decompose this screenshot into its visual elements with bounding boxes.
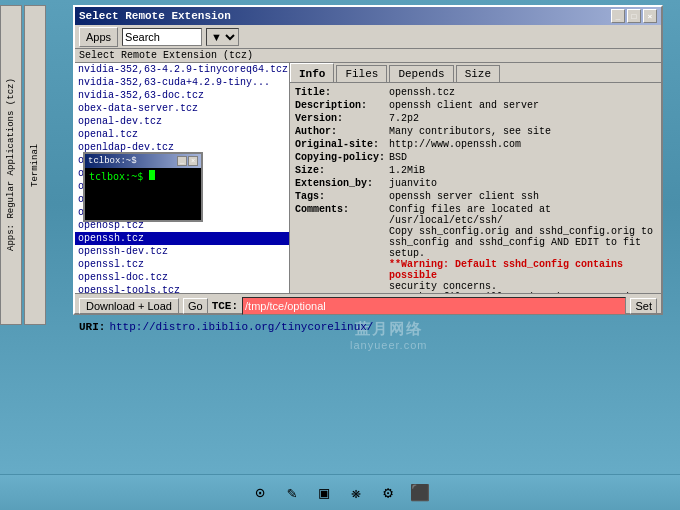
comments-line2: Copy ssh_config.orig and sshd_config.ori… [389, 226, 653, 237]
taskbar-icon-5[interactable]: ⚙ [376, 481, 400, 505]
taskbar-icon-2[interactable]: ✎ [280, 481, 304, 505]
list-item[interactable]: openssh-dev.tcz [75, 245, 289, 258]
watermark-line2: lanyueer.com [350, 339, 427, 351]
comments-value: Config files are located at /usr/local/e… [387, 203, 658, 293]
side-labels: Apps: Regular Applications (tcz) Termina… [0, 5, 73, 325]
description-value: openssh client and server [387, 99, 658, 112]
search-dropdown[interactable]: ▼ [206, 28, 239, 46]
info-table: Title: openssh.tcz Description: openssh … [293, 86, 658, 293]
copying-value: BSD [387, 151, 658, 164]
list-item-selected[interactable]: openssh.tcz [75, 232, 289, 245]
author-label: Author: [293, 125, 387, 138]
window-title: Select Remote Extension [79, 10, 231, 22]
original-site-label: Original-site: [293, 138, 387, 151]
comments-line4: **Warning: Default sshd_config contains … [389, 259, 623, 281]
comments-line6: Host key files will need to be generated… [389, 292, 629, 293]
uri-value: http://distro.ibiblio.org/tinycorelinux/ [109, 321, 373, 333]
list-item[interactable]: openssl-tools.tcz [75, 284, 289, 293]
go-button[interactable]: Go [183, 298, 208, 314]
list-item[interactable]: openssl-doc.tcz [75, 271, 289, 284]
download-load-button[interactable]: Download + Load [79, 298, 179, 314]
size-value: 1.2MiB [387, 164, 658, 177]
apps-side-label: Apps: Regular Applications (tcz) [0, 5, 22, 325]
original-site-value: http://www.openssh.com [387, 138, 658, 151]
taskbar-icon-3[interactable]: ▣ [312, 481, 336, 505]
uri-label: URI: [79, 321, 105, 333]
download-bar: Download + Load Go TCE: Set [75, 294, 661, 318]
terminal-minimize[interactable]: _ [177, 156, 187, 166]
description-label: Description: [293, 99, 387, 112]
apps-button[interactable]: Apps [79, 27, 118, 47]
taskbar-icon-6[interactable]: ⬛ [408, 481, 432, 505]
bottom-area: Download + Load Go TCE: Set URI: http://… [75, 293, 661, 336]
taskbar-icon-1[interactable]: ⊙ [248, 481, 272, 505]
title-label: Title: [293, 86, 387, 99]
list-item[interactable]: nvidia-352,63-doc.tcz [75, 89, 289, 102]
tags-value: openssh server client ssh [387, 190, 658, 203]
list-item[interactable]: nvidia-352,63-4.2.9-tinycoreq64.tcz [75, 63, 289, 76]
window-titlebar: Select Remote Extension _ □ × [75, 7, 661, 25]
terminal-close[interactable]: × [188, 156, 198, 166]
comments-line5: security concerns. [389, 281, 497, 292]
comments-line1: Config files are located at /usr/local/e… [389, 204, 551, 226]
terminal-cursor [149, 170, 155, 180]
search-input[interactable] [122, 28, 202, 46]
toolbar: Apps ▼ [75, 25, 661, 49]
window-controls: _ □ × [611, 9, 657, 23]
comments-line3: ssh_config and sshd_config AND EDIT to f… [389, 237, 641, 259]
uri-bar: URI: http://distro.ibiblio.org/tinycorel… [75, 318, 661, 336]
taskbar-icon-4[interactable]: ❋ [344, 481, 368, 505]
set-button[interactable]: Set [630, 298, 657, 314]
list-item[interactable]: obex-data-server.tcz [75, 102, 289, 115]
tce-input[interactable] [242, 297, 626, 315]
author-value: Many contributors, see site [387, 125, 658, 138]
terminal-window: tclbox:~$ _ × tclbox:~$ [83, 152, 203, 222]
list-item[interactable]: openal-dev.tcz [75, 115, 289, 128]
size-label: Size: [293, 164, 387, 177]
version-label: Version: [293, 112, 387, 125]
list-item[interactable]: nvidia-352,63-cuda+4.2.9-tiny... [75, 76, 289, 89]
extension-value: juanvito [387, 177, 658, 190]
right-panel: Info Files Depends Size Title: openssh.t… [290, 63, 661, 293]
tags-label: Tags: [293, 190, 387, 203]
extension-label: Extension_by: [293, 177, 387, 190]
terminal-titlebar: tclbox:~$ _ × [85, 154, 201, 168]
comments-label: Comments: [293, 203, 387, 293]
taskbar: ⊙ ✎ ▣ ❋ ⚙ ⬛ [0, 474, 680, 510]
minimize-button[interactable]: _ [611, 9, 625, 23]
terminal-body[interactable]: tclbox:~$ [85, 168, 201, 220]
copying-label: Copying-policy: [293, 151, 387, 164]
terminal-prompt: tclbox:~$ [89, 171, 143, 182]
tabs-bar: Info Files Depends Size [290, 63, 661, 83]
tab-depends[interactable]: Depends [389, 65, 453, 82]
title-value: openssh.tcz [387, 86, 658, 99]
terminal-title: tclbox:~$ [88, 156, 137, 166]
terminal-controls: _ × [177, 156, 198, 166]
info-content: Title: openssh.tcz Description: openssh … [290, 83, 661, 293]
tce-label: TCE: [212, 300, 238, 312]
close-button[interactable]: × [643, 9, 657, 23]
panel-label: Select Remote Extension (tcz) [75, 49, 661, 63]
list-item[interactable]: openssl.tcz [75, 258, 289, 271]
tab-info[interactable]: Info [290, 63, 334, 82]
maximize-button[interactable]: □ [627, 9, 641, 23]
tab-files[interactable]: Files [336, 65, 387, 82]
list-item[interactable]: openal.tcz [75, 128, 289, 141]
tab-size[interactable]: Size [456, 65, 500, 82]
terminal-side-label: Terminal [24, 5, 46, 325]
version-value: 7.2p2 [387, 112, 658, 125]
